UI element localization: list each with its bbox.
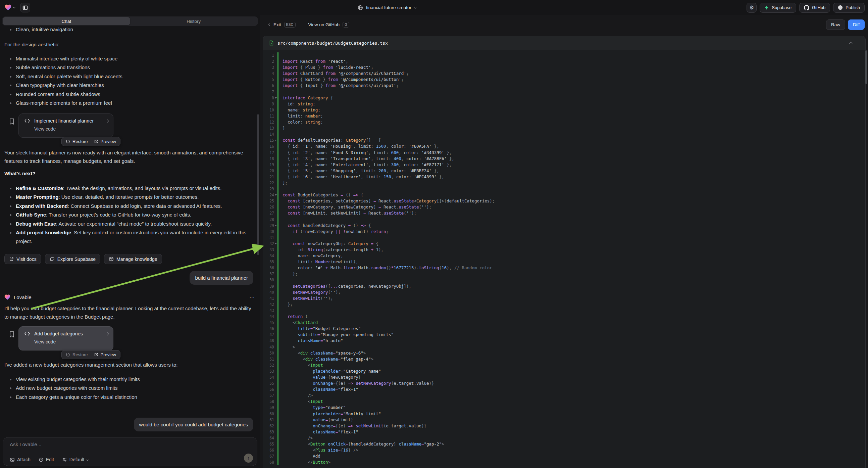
logo-menu-chevron-icon[interactable] (13, 6, 16, 8)
list-item: Add project knowledge: Set key context o… (0, 228, 255, 246)
settings-button[interactable]: ⚙ (747, 3, 756, 13)
exit-button[interactable]: Exit ESC (269, 22, 296, 28)
code-line: 65 <Button onClick={handleAddCategory} c… (263, 441, 865, 447)
code-line: 54 value={newCategory} (263, 374, 865, 380)
code-line: 49 > (263, 344, 865, 350)
code-line: 62 onChange={(e) => setNewLimit(e.target… (263, 423, 865, 429)
assistant-ready-text: Your sleek financial planner is now read… (4, 149, 255, 165)
fold-slot (274, 186, 277, 192)
version-card-implement-financial-planner[interactable]: Implement financial planner View code (19, 114, 114, 138)
version-toolbar2: Restore Preview (61, 350, 120, 359)
chat-input-box[interactable]: Attach Edit Default ↑ (3, 437, 257, 466)
explore-supabase-button[interactable]: Explore Supabase (45, 254, 100, 264)
code-scrollbar[interactable] (865, 50, 867, 84)
line-number: 16 (263, 143, 274, 149)
assistant-header: Lovable ⋯ (4, 294, 255, 300)
fold-slot (274, 52, 277, 58)
line-number: 56 (263, 386, 274, 392)
fold-slot (274, 386, 277, 392)
fold-slot (274, 229, 277, 235)
view-code-link[interactable]: View code (34, 126, 108, 131)
line-number: 55 (263, 380, 274, 386)
view-code-link[interactable]: View code (34, 339, 108, 345)
bookmark-icon[interactable] (9, 118, 15, 125)
gear-icon: ⚙ (749, 5, 754, 10)
code-line: 16 { id: '1', name: 'Housing', limit: 15… (263, 143, 865, 149)
line-number: 19 (263, 162, 274, 168)
external-link-icon (94, 139, 98, 144)
edit-button[interactable]: Edit (39, 457, 54, 462)
view-on-github-button[interactable]: View on GitHub G (308, 22, 350, 28)
preview-button[interactable]: Preview (94, 139, 116, 144)
fold-slot (274, 77, 277, 83)
code-line: 50 <div className="space-y-6"> (263, 350, 865, 356)
github-button[interactable]: GitHub (799, 3, 830, 13)
attach-button[interactable]: Attach (10, 457, 31, 462)
code-line: 24const BudgetCategories = () => { (263, 192, 865, 198)
code-icon (24, 331, 31, 336)
g-key-badge: G (343, 22, 349, 28)
fold-slot (274, 125, 277, 131)
raw-toggle-button[interactable]: Raw (826, 20, 845, 30)
fold-chevron-icon[interactable] (274, 95, 277, 101)
code-editor[interactable]: 12import React from 'react';3import { Pl… (263, 50, 865, 468)
tab-history[interactable]: History (130, 17, 258, 25)
code-line: 58 <Input (263, 399, 865, 405)
line-number: 32 (263, 241, 274, 247)
fold-slot (274, 423, 277, 429)
restore-button[interactable]: Restore (66, 352, 88, 357)
version-card-title: Implement financial planner (34, 118, 103, 123)
line-number: 35 (263, 259, 274, 265)
send-button[interactable]: ↑ (244, 454, 253, 463)
code-line: 31 (263, 235, 865, 241)
ask-lovable-input[interactable] (10, 441, 250, 447)
publish-button[interactable]: Publish (833, 3, 865, 13)
code-line: 5import { Button } from '@/components/ui… (263, 77, 865, 83)
list-item: Glass-morphic elements for a premium fee… (0, 99, 255, 108)
fold-chevron-icon[interactable] (274, 241, 277, 247)
code-line: 15const defaultCategories: Category[] = … (263, 137, 865, 143)
version-toolbar1: Restore Preview (61, 137, 120, 146)
fold-slot (274, 216, 277, 223)
fold-slot (274, 441, 277, 447)
code-line: 63 className="flex-1" (263, 429, 865, 435)
fold-chevron-icon[interactable] (274, 223, 277, 229)
preview-button[interactable]: Preview (94, 352, 116, 357)
mode-selector[interactable]: Default (62, 457, 88, 462)
list-item: Debug with Ease: Activate our experiment… (0, 220, 255, 228)
code-line: 66 <Plus size={16} /> (263, 447, 865, 453)
line-number: 7 (263, 89, 274, 95)
supabase-button[interactable]: Supabase (760, 3, 796, 13)
code-line: 27 const [newLimit, setNewLimit] = React… (263, 210, 865, 216)
version-card-add-budget-categories[interactable]: Add budget categories View code (19, 326, 114, 351)
fold-slot (274, 156, 277, 162)
sidebar-toggle-button[interactable] (20, 3, 30, 12)
line-number: 44 (263, 314, 274, 320)
file-path: src/components/budget/BudgetCategories.t… (277, 40, 388, 46)
file-header[interactable]: src/components/budget/BudgetCategories.t… (263, 36, 865, 50)
bookmark-icon[interactable] (9, 331, 15, 338)
fold-slot (274, 405, 277, 411)
tab-chat[interactable]: Chat (3, 17, 130, 25)
code-line: 46 title="Budget Categories" (263, 326, 865, 332)
code-line: 68 </Button> (263, 459, 865, 465)
project-selector[interactable]: financial-future-creator (358, 0, 416, 15)
list-item: Master Prompting: Use clear, detailed, a… (0, 193, 255, 201)
code-line: 53 placeholder="Category name" (263, 368, 865, 374)
lovable-logo-icon[interactable] (4, 4, 12, 11)
list-item: Each category gets a unique color for vi… (0, 393, 255, 402)
more-options-icon[interactable]: ⋯ (249, 294, 255, 300)
chat-scrollbar[interactable] (257, 114, 259, 255)
diff-toggle-button[interactable]: Diff (848, 20, 865, 30)
code-line: 36 color: '#' + Math.floor(Math.random()… (263, 265, 865, 271)
visit-docs-button[interactable]: Visit docs (4, 254, 41, 264)
fold-slot (274, 338, 277, 344)
manage-knowledge-button[interactable]: Manage knowledge (104, 254, 162, 264)
collapse-chevron-icon[interactable] (849, 42, 852, 45)
code-line: 20 { id: '5', name: 'Shopping', limit: 2… (263, 168, 865, 174)
fold-chevron-icon[interactable] (274, 137, 277, 143)
github-label: GitHub (812, 5, 826, 10)
fold-chevron-icon[interactable] (274, 192, 277, 198)
restore-button[interactable]: Restore (66, 139, 88, 144)
line-number: 42 (263, 301, 274, 308)
